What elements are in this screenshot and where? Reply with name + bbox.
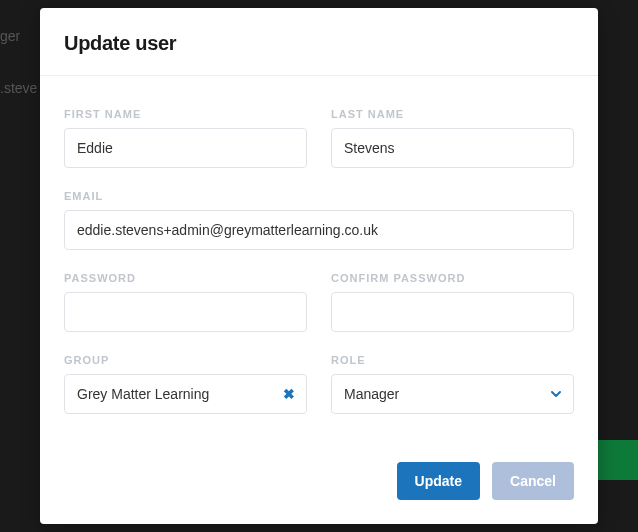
group-label: GROUP bbox=[64, 354, 307, 366]
password-label: PASSWORD bbox=[64, 272, 307, 284]
role-label: ROLE bbox=[331, 354, 574, 366]
role-field: ROLE bbox=[331, 354, 574, 414]
email-label: EMAIL bbox=[64, 190, 574, 202]
modal-footer: Update Cancel bbox=[40, 462, 598, 524]
clear-icon[interactable]: ✖ bbox=[283, 387, 295, 401]
email-input[interactable] bbox=[64, 210, 574, 250]
background-text: ger bbox=[0, 28, 20, 44]
update-button[interactable]: Update bbox=[397, 462, 480, 500]
first-name-field: FIRST NAME bbox=[64, 108, 307, 168]
modal-title: Update user bbox=[64, 32, 574, 55]
password-field: PASSWORD bbox=[64, 272, 307, 332]
password-input[interactable] bbox=[64, 292, 307, 332]
confirm-password-input[interactable] bbox=[331, 292, 574, 332]
modal-header: Update user bbox=[40, 8, 598, 76]
group-input[interactable] bbox=[64, 374, 307, 414]
email-field: EMAIL bbox=[64, 190, 574, 250]
group-field: GROUP ✖ bbox=[64, 354, 307, 414]
last-name-label: LAST NAME bbox=[331, 108, 574, 120]
first-name-input[interactable] bbox=[64, 128, 307, 168]
last-name-input[interactable] bbox=[331, 128, 574, 168]
confirm-password-field: CONFIRM PASSWORD bbox=[331, 272, 574, 332]
confirm-password-label: CONFIRM PASSWORD bbox=[331, 272, 574, 284]
update-user-modal: Update user FIRST NAME LAST NAME EMAIL P… bbox=[40, 8, 598, 524]
cancel-button[interactable]: Cancel bbox=[492, 462, 574, 500]
role-select[interactable] bbox=[331, 374, 574, 414]
modal-body: FIRST NAME LAST NAME EMAIL PASSWORD CONF… bbox=[40, 76, 598, 462]
last-name-field: LAST NAME bbox=[331, 108, 574, 168]
background-text: .steve bbox=[0, 80, 37, 96]
first-name-label: FIRST NAME bbox=[64, 108, 307, 120]
background-accent bbox=[598, 440, 638, 480]
